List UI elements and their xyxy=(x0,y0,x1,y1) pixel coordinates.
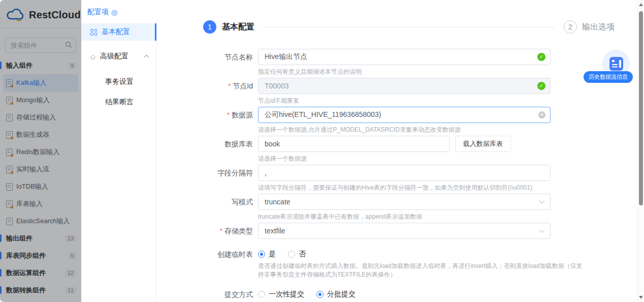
field-label: 数据源 xyxy=(156,107,258,123)
field-label: 字段分隔符 xyxy=(156,165,258,181)
config-panel: 配置项 基本配置 高级配置 事务设置 结果断言 xyxy=(81,0,156,302)
config-panel-title: 配置项 xyxy=(81,0,156,23)
node-id-input[interactable] xyxy=(258,78,551,94)
vertical-scrollbar[interactable] xyxy=(637,0,644,302)
radio-selected-icon xyxy=(258,251,265,258)
step-1-indicator[interactable]: 1 xyxy=(203,20,216,34)
datasource-input[interactable] xyxy=(258,107,551,123)
field-label: 提交方式 xyxy=(156,289,258,299)
radio-unselected-icon xyxy=(288,251,295,258)
radio-create-temp-table-yes[interactable]: 是 xyxy=(258,250,276,259)
step-2-indicator[interactable]: 2 xyxy=(564,20,577,34)
storage-type-select[interactable]: textfile xyxy=(258,223,551,239)
field-helper: truncate表示清除并覆盖表中已有数据，append表示追加数据 xyxy=(258,213,588,221)
field-helper: 是否通过创建临时表的方式插入数据。是则先load加载数据进入临时表，再进行ins… xyxy=(258,262,588,279)
valid-check-icon: ✓ xyxy=(537,53,545,61)
step-indicator: 1 基本配置 2 输出选项 xyxy=(203,20,615,34)
menu-item-result-assertion[interactable]: 结果断言 xyxy=(81,93,156,112)
step-2-label: 输出选项 xyxy=(582,22,615,33)
sidebar-dim-overlay xyxy=(0,0,81,302)
scroll-up-arrow[interactable] xyxy=(639,3,643,6)
basic-config-form: 节点名称 ✓ 指定任何有意义且能描述本节点的说明 节点Id ✓ 节点id不能重复 xyxy=(156,49,637,302)
component-sidebar: RestCloud 输入组件 9 Kafka输入 Mongo输入 存储过程输入 … xyxy=(0,0,81,302)
field-label: 数据库表 xyxy=(156,136,258,152)
radio-commit-once[interactable]: 一次性提交 xyxy=(258,290,304,299)
db-table-input[interactable] xyxy=(258,136,450,152)
radio-create-temp-table-no[interactable]: 否 xyxy=(288,250,306,259)
chevron-up-icon xyxy=(144,55,149,60)
history-document-icon xyxy=(609,57,623,71)
field-helper: 请填写字段分隔符，需要保证与创建的Hive表的字段分隔符一致，如果为空则使用默认… xyxy=(258,184,588,192)
field-label: 节点Id xyxy=(156,78,258,94)
write-mode-select[interactable]: truncate xyxy=(258,194,551,210)
field-label: 存储类型 xyxy=(156,223,258,239)
step-connector-line xyxy=(263,27,555,27)
field-helper: 节点id不能重复 xyxy=(258,97,588,105)
field-delimiter-input[interactable] xyxy=(258,165,551,181)
chevron-down-icon xyxy=(539,198,544,203)
field-helper: 请选择一个数据源 xyxy=(258,155,588,163)
menu-item-basic-config[interactable]: 基本配置 xyxy=(81,23,156,41)
load-db-tables-button[interactable]: 载入数据库表 xyxy=(455,136,511,152)
gear-icon xyxy=(111,8,117,16)
menu-item-advanced-config[interactable]: 高级配置 xyxy=(81,48,156,65)
valid-check-icon: ✓ xyxy=(537,82,545,90)
cube-icon xyxy=(90,52,95,61)
step-1-label: 基本配置 xyxy=(222,22,254,33)
field-label: 创建临时表 xyxy=(156,249,258,259)
scroll-down-arrow[interactable] xyxy=(639,296,643,299)
history-dataflow-badge[interactable]: 历史数据流信息 xyxy=(584,71,633,83)
field-label: 写模式 xyxy=(156,194,258,210)
main-content: 1 基本配置 2 输出选项 节点名称 ✓ 指定任何有意义且能描述本节点的说明 节… xyxy=(156,0,637,302)
menu-item-transaction-settings[interactable]: 事务设置 xyxy=(81,72,156,92)
clear-icon[interactable]: ✕ xyxy=(538,111,545,118)
radio-selected-icon xyxy=(316,291,324,298)
field-label: 节点名称 xyxy=(156,49,258,65)
chevron-down-icon xyxy=(539,227,544,232)
field-helper: 请选择一个数据源,允许通过P_MODEL_DATASRCID变量来动态改变数据源 xyxy=(258,126,588,134)
scrollbar-thumb[interactable] xyxy=(639,11,643,205)
radio-unselected-icon xyxy=(258,291,265,298)
grid-icon xyxy=(90,29,97,36)
field-helper: 指定任何有意义且能描述本节点的说明 xyxy=(258,68,588,76)
node-name-input[interactable] xyxy=(258,49,551,65)
radio-commit-batch[interactable]: 分批提交 xyxy=(316,290,356,299)
selected-indicator-bar xyxy=(155,23,156,41)
